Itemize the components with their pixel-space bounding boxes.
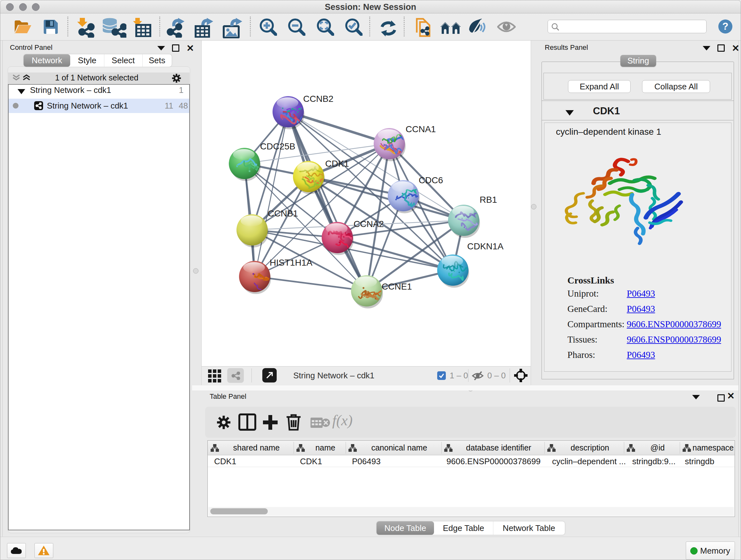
- svg-text:?: ?: [723, 21, 729, 32]
- svg-text:CCNE1: CCNE1: [382, 282, 412, 292]
- svg-text:CCNB1: CCNB1: [268, 208, 298, 219]
- svg-text:HIST1H1A: HIST1H1A: [270, 258, 313, 267]
- svg-text:CCNA1: CCNA1: [406, 124, 436, 134]
- svg-text:CDC25B: CDC25B: [260, 141, 295, 151]
- svg-text:CDC6: CDC6: [419, 175, 443, 185]
- svg-text:CDK1: CDK1: [325, 159, 349, 169]
- svg-text:RB1: RB1: [480, 195, 497, 205]
- svg-text:CCNB2: CCNB2: [303, 94, 333, 104]
- svg-text:CCNA2: CCNA2: [354, 219, 384, 229]
- svg-text:CDKN1A: CDKN1A: [467, 241, 503, 251]
